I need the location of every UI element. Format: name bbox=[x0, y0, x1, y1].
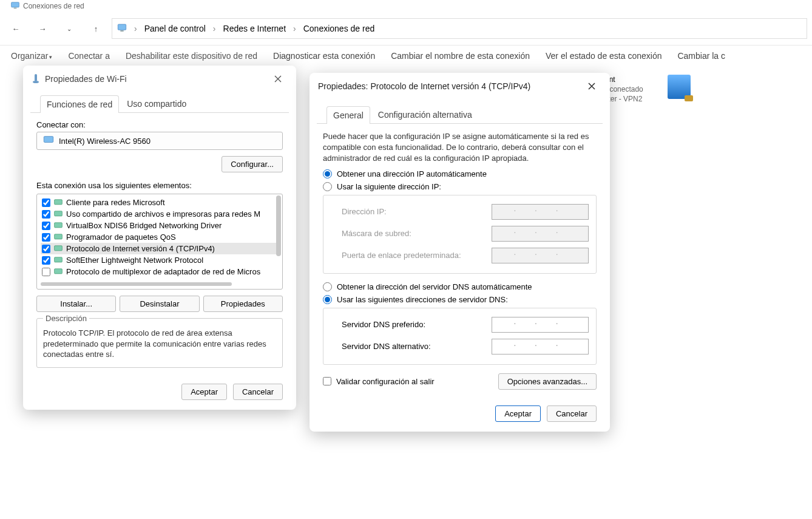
svg-rect-13 bbox=[55, 268, 63, 273]
cancel-button[interactable]: Cancelar bbox=[547, 405, 597, 422]
breadcrumb[interactable]: › Panel de control › Redes e Internet › … bbox=[112, 18, 807, 39]
ipv4-properties-dialog: Propiedades: Protocolo de Internet versi… bbox=[310, 73, 610, 432]
scrollbar-thumb[interactable] bbox=[276, 195, 281, 256]
subnet-mask-input: . . . bbox=[492, 226, 589, 242]
tab-sharing[interactable]: Uso compartido bbox=[120, 95, 193, 112]
history-dropdown[interactable]: ⌄ bbox=[58, 18, 80, 39]
subnet-mask-label: Máscara de subred: bbox=[342, 229, 482, 238]
list-item-checkbox[interactable] bbox=[42, 198, 50, 207]
svg-rect-3 bbox=[120, 30, 123, 32]
list-item-checkbox[interactable] bbox=[42, 210, 50, 219]
tab-network-functions[interactable]: Funciones de red bbox=[40, 95, 119, 113]
connect-with-label: Conectar con: bbox=[36, 120, 283, 129]
ip-address-label: Dirección IP: bbox=[342, 207, 482, 216]
wifi-properties-dialog: Propiedades de Wi-Fi Funciones de red Us… bbox=[23, 66, 296, 410]
accept-button[interactable]: Aceptar bbox=[495, 405, 541, 422]
gateway-input: . . . bbox=[492, 248, 589, 263]
list-item[interactable]: Protocolo de multiplexor de adaptador de… bbox=[41, 266, 279, 277]
validate-checkbox[interactable]: Validar configuración al salir bbox=[323, 377, 435, 386]
window-title: Conexiones de red bbox=[23, 2, 84, 10]
radio-dns-manual[interactable]: Usar las siguientes direcciones de servi… bbox=[323, 295, 597, 304]
list-item-label: Programador de paquetes QoS bbox=[66, 232, 176, 242]
protocol-icon bbox=[54, 222, 63, 230]
command-toolbar: Organizar▾ Conectar a Deshabilitar este … bbox=[0, 46, 812, 66]
svg-rect-2 bbox=[118, 24, 126, 30]
window-titlebar: Conexiones de red bbox=[0, 0, 812, 12]
wifi-icon bbox=[32, 73, 40, 86]
radio-ip-manual[interactable]: Usar la siguiente dirección IP: bbox=[323, 182, 597, 191]
tb-change[interactable]: Cambiar la c bbox=[677, 51, 725, 61]
crumb-1[interactable]: Panel de control bbox=[144, 24, 206, 33]
svg-rect-10 bbox=[55, 234, 63, 239]
list-item-label: Protocolo de Internet versión 4 (TCP/IPv… bbox=[66, 244, 215, 253]
list-item[interactable]: Programador de paquetes QoS bbox=[41, 231, 279, 243]
back-button[interactable]: ← bbox=[5, 18, 27, 39]
protocol-icon bbox=[54, 268, 63, 276]
adapter-item-extra[interactable] bbox=[668, 75, 798, 104]
list-item-label: VirtualBox NDIS6 Bridged Networking Driv… bbox=[66, 221, 222, 230]
svg-rect-7 bbox=[55, 199, 63, 204]
svg-rect-4 bbox=[35, 74, 37, 81]
ip-address-input: . . . bbox=[492, 204, 589, 220]
crumb-3[interactable]: Conexiones de red bbox=[303, 24, 375, 33]
adapter-field: Intel(R) Wireless-AC 9560 bbox=[36, 132, 283, 150]
tb-connect[interactable]: Conectar a bbox=[68, 51, 109, 61]
radio-dns-auto[interactable]: Obtener la dirección del servidor DNS au… bbox=[323, 282, 597, 291]
install-button[interactable]: Instalar... bbox=[36, 296, 116, 312]
tb-disable[interactable]: Deshabilitar este dispositivo de red bbox=[126, 51, 257, 61]
list-item-checkbox[interactable] bbox=[42, 256, 50, 265]
crumb-2[interactable]: Redes e Internet bbox=[223, 24, 286, 33]
tb-rename[interactable]: Cambiar el nombre de esta conexión bbox=[391, 51, 530, 61]
protocol-icon bbox=[54, 210, 63, 219]
svg-rect-6 bbox=[44, 136, 53, 142]
svg-point-5 bbox=[33, 81, 39, 83]
intro-text: Puede hacer que la configuración IP se a… bbox=[323, 131, 597, 165]
list-item-checkbox[interactable] bbox=[42, 245, 50, 253]
description-legend: Descripción bbox=[43, 314, 89, 323]
svg-rect-9 bbox=[55, 222, 63, 227]
address-bar: ← → ⌄ ↑ › Panel de control › Redes e Int… bbox=[0, 12, 812, 46]
chevron-down-icon: ▾ bbox=[49, 54, 52, 60]
chevron-right-icon: › bbox=[211, 24, 218, 33]
list-item-checkbox[interactable] bbox=[42, 233, 50, 242]
up-button[interactable]: ↑ bbox=[85, 18, 107, 39]
list-item-label: Cliente para redes Microsoft bbox=[66, 198, 165, 207]
svg-rect-11 bbox=[55, 245, 63, 250]
description-text: Protocolo TCP/IP. El protocolo de red de… bbox=[43, 328, 276, 360]
list-item-checkbox[interactable] bbox=[42, 268, 50, 276]
close-button[interactable] bbox=[267, 70, 289, 87]
tab-general[interactable]: General bbox=[326, 106, 370, 124]
forward-button[interactable]: → bbox=[32, 18, 53, 39]
list-item-label: Protocolo de multiplexor de adaptador de… bbox=[66, 267, 260, 276]
accept-button[interactable]: Aceptar bbox=[181, 384, 227, 400]
tb-diagnose[interactable]: Diagnosticar esta conexión bbox=[273, 51, 375, 61]
wifi-dialog-title: Propiedades de Wi-Fi bbox=[45, 74, 127, 84]
list-item[interactable]: SoftEther Lightweight Network Protocol bbox=[41, 254, 279, 266]
list-item[interactable]: Cliente para redes Microsoft bbox=[41, 197, 279, 208]
radio-ip-auto[interactable]: Obtener una dirección IP automáticamente bbox=[323, 169, 597, 178]
list-item[interactable]: VirtualBox NDIS6 Bridged Networking Driv… bbox=[41, 220, 279, 231]
chevron-right-icon: › bbox=[291, 24, 299, 33]
protocol-icon bbox=[54, 245, 63, 253]
uninstall-button[interactable]: Desinstalar bbox=[120, 296, 199, 312]
svg-rect-0 bbox=[12, 2, 19, 7]
svg-rect-12 bbox=[55, 257, 63, 262]
elements-listbox[interactable]: Cliente para redes MicrosoftUso comparti… bbox=[36, 194, 283, 290]
configure-button[interactable]: Configurar... bbox=[222, 156, 283, 172]
dns-alt-input[interactable]: . . . bbox=[492, 339, 589, 354]
tab-alt-config[interactable]: Configuración alternativa bbox=[371, 106, 479, 123]
close-button[interactable] bbox=[581, 78, 603, 95]
tb-view-status[interactable]: Ver el estado de esta conexión bbox=[546, 51, 661, 61]
dns-preferred-input[interactable]: . . . bbox=[492, 317, 589, 333]
protocol-icon bbox=[54, 233, 63, 242]
tb-organize[interactable]: Organizar▾ bbox=[11, 51, 52, 61]
list-item[interactable]: Uso compartido de archivos e impresoras … bbox=[41, 208, 279, 220]
network-adapter-icon bbox=[668, 75, 691, 99]
properties-button[interactable]: Propiedades bbox=[203, 296, 283, 312]
list-item[interactable]: Protocolo de Internet versión 4 (TCP/IPv… bbox=[41, 243, 279, 254]
list-item-checkbox[interactable] bbox=[42, 222, 50, 230]
cancel-button[interactable]: Cancelar bbox=[233, 384, 283, 400]
elements-label: Esta conexión usa los siguientes element… bbox=[36, 181, 283, 190]
scrollbar-horizontal[interactable] bbox=[41, 282, 232, 286]
advanced-button[interactable]: Opciones avanzadas... bbox=[498, 373, 597, 390]
